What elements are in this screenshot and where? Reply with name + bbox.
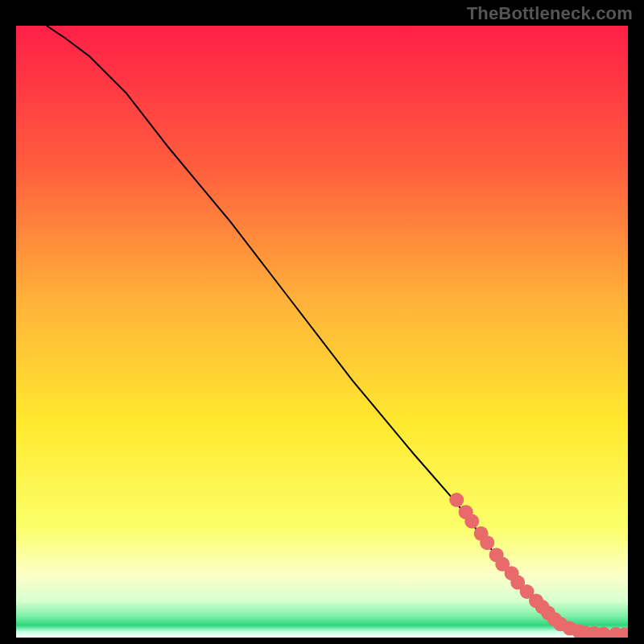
chart-svg bbox=[16, 26, 628, 638]
data-point bbox=[480, 535, 494, 550]
data-point bbox=[464, 514, 479, 529]
watermark-text: TheBottleneck.com bbox=[467, 3, 633, 24]
chart-stage: TheBottleneck.com bbox=[0, 0, 644, 644]
chart-background bbox=[16, 26, 628, 638]
chart-plot-area bbox=[16, 26, 628, 638]
data-point bbox=[449, 493, 464, 507]
